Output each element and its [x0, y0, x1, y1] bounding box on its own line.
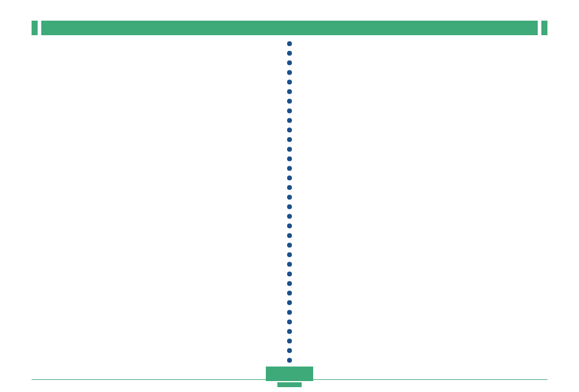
header-bar-right-tab	[541, 21, 547, 35]
footer-page-marker-big	[266, 367, 313, 381]
header-bar	[32, 21, 547, 35]
footer-page-marker	[266, 367, 313, 387]
header-bar-left-tab	[32, 21, 38, 35]
footer-page-marker-small	[277, 382, 302, 387]
header-bar-main	[41, 21, 538, 35]
vertical-dotted-divider	[287, 41, 292, 363]
